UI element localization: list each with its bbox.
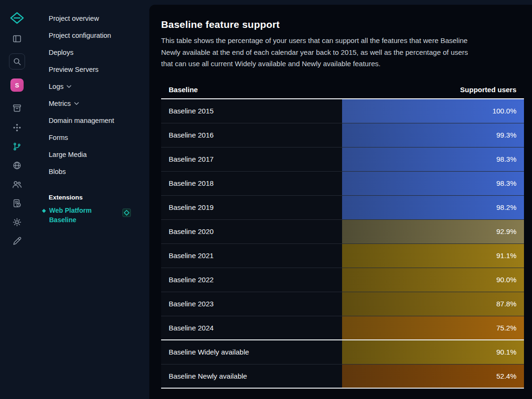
table-row: Baseline 2022 90.0% — [161, 268, 524, 292]
extensions-rail-button[interactable] — [12, 142, 22, 151]
netlify-logo[interactable] — [10, 12, 24, 24]
team-icon — [12, 180, 22, 189]
search-icon — [13, 57, 21, 66]
sidebar-item-blobs[interactable]: Blobs — [34, 163, 149, 180]
sidebar-item-metrics[interactable]: Metrics — [34, 95, 149, 112]
supported-users-bar: 90.0% — [342, 268, 524, 292]
sidebar-item-project-overview[interactable]: Project overview — [34, 10, 149, 27]
table-row: Baseline 2021 91.1% — [161, 244, 524, 268]
search-button[interactable] — [9, 53, 25, 69]
main-panel: Baseline feature support This table show… — [149, 5, 532, 399]
app-root: S — [0, 0, 532, 399]
supported-users-bar: 87.8% — [342, 292, 524, 316]
sidebar-item-deploys[interactable]: Deploys — [34, 44, 149, 61]
avatar[interactable]: S — [10, 78, 24, 92]
table-row: Baseline 2016 99.3% — [161, 123, 524, 147]
sidebar-item-label: Preview Servers — [49, 66, 99, 73]
audit-log-rail-button[interactable] — [12, 199, 22, 208]
edit-icon — [12, 236, 22, 246]
row-label: Baseline 2018 — [161, 172, 342, 195]
row-value: 98.3% — [496, 179, 516, 187]
row-label: Baseline 2020 — [161, 220, 342, 243]
row-value: 91.1% — [496, 252, 516, 260]
supported-users-bar: 100.0% — [342, 99, 524, 123]
integrations-rail-button[interactable] — [12, 123, 22, 132]
supported-users-bar: 92.9% — [342, 220, 524, 243]
row-value: 52.4% — [496, 372, 516, 380]
row-label: Baseline 2022 — [161, 268, 342, 292]
sidebar-item-label: Project configuration — [49, 32, 111, 39]
edit-rail-button[interactable] — [12, 236, 22, 246]
page-title: Baseline feature support — [161, 19, 524, 30]
supported-users-bar: 90.1% — [342, 340, 524, 364]
team-rail-button[interactable] — [12, 180, 22, 189]
supported-users-bar: 98.3% — [342, 172, 524, 195]
sidebar-item-domain-management[interactable]: Domain management — [34, 112, 149, 129]
sidebar-item-label: Project overview — [49, 15, 99, 22]
diamond-bullet-icon — [42, 209, 46, 213]
sidebar-item-label: Large Media — [49, 151, 87, 158]
domains-rail-button[interactable] — [12, 161, 22, 170]
extensions-section-header: Extensions — [34, 189, 149, 206]
row-label: Baseline 2024 — [161, 316, 342, 339]
sidebar-item-logs[interactable]: Logs — [34, 78, 149, 95]
table-body: Baseline 2015 100.0% Baseline 2016 99.3%… — [161, 99, 524, 389]
row-value: 90.1% — [496, 348, 516, 356]
sidebar-toggle-button[interactable] — [12, 34, 22, 43]
table-row: Baseline 2018 98.3% — [161, 172, 524, 196]
table-row: Baseline 2024 75.2% — [161, 316, 524, 340]
archive-icon — [12, 104, 22, 113]
row-label: Baseline Newly available — [161, 364, 342, 388]
deploys-rail-button[interactable] — [12, 104, 22, 113]
row-value: 99.3% — [496, 131, 516, 139]
sidebar-item-preview-servers[interactable]: Preview Servers — [34, 61, 149, 78]
table-row: Baseline 2019 98.2% — [161, 196, 524, 220]
column-header-supported-users: Supported users — [342, 86, 524, 94]
row-label: Baseline 2021 — [161, 244, 342, 268]
sidebar-item-label: Forms — [49, 134, 68, 141]
sidebar-item-large-media[interactable]: Large Media — [34, 146, 149, 163]
table-row: Baseline Newly available 52.4% — [161, 364, 524, 389]
row-value: 90.0% — [496, 276, 516, 284]
page-description: This table shows the percentage of your … — [161, 35, 472, 70]
row-label: Baseline 2023 — [161, 292, 342, 316]
row-label: Baseline 2019 — [161, 196, 342, 219]
table-header-row: Baseline Supported users — [161, 81, 524, 99]
row-value: 87.8% — [496, 300, 516, 308]
row-value: 100.0% — [492, 107, 516, 115]
netlify-logo-icon — [10, 12, 24, 24]
chevron-down-icon — [67, 85, 71, 88]
table-row: Baseline 2017 98.3% — [161, 147, 524, 172]
column-header-baseline: Baseline — [161, 86, 342, 94]
sidebar-item-project-configuration[interactable]: Project configuration — [34, 27, 149, 44]
supported-users-bar: 98.2% — [342, 196, 524, 219]
row-label: Baseline Widely available — [161, 340, 342, 364]
extension-branch-icon — [12, 142, 22, 151]
sidebar-item-label: Domain management — [49, 117, 114, 124]
table-row: Baseline 2023 87.8% — [161, 292, 524, 316]
sidebar: Project overview Project configuration D… — [34, 0, 149, 399]
baseline-support-table: Baseline Supported users Baseline 2015 1… — [161, 81, 524, 389]
row-label: Baseline 2015 — [161, 99, 342, 123]
sidebar-item-label: Logs — [49, 83, 63, 90]
sidebar-item-web-platform-baseline[interactable]: Web Platform Baseline — [34, 206, 149, 225]
row-value: 92.9% — [496, 227, 516, 235]
table-row: Baseline Widely available 90.1% — [161, 340, 524, 364]
sidebar-item-label: Blobs — [49, 168, 66, 175]
integrations-icon — [12, 123, 22, 132]
sidebar-item-forms[interactable]: Forms — [34, 129, 149, 146]
gear-icon — [12, 217, 22, 227]
row-value: 98.3% — [496, 155, 516, 163]
row-label: Baseline 2017 — [161, 147, 342, 171]
supported-users-bar: 52.4% — [342, 364, 524, 388]
sidebar-toggle-icon — [12, 34, 22, 43]
extension-label: Web Platform Baseline — [49, 206, 107, 225]
row-value: 75.2% — [496, 324, 516, 332]
audit-log-icon — [12, 199, 22, 208]
sidebar-nav-list: Project overview Project configuration D… — [34, 10, 149, 180]
extension-badge-icon — [122, 208, 131, 219]
avatar-initial: S — [15, 82, 19, 89]
table-row: Baseline 2020 92.9% — [161, 220, 524, 244]
supported-users-bar: 98.3% — [342, 147, 524, 171]
settings-rail-button[interactable] — [12, 217, 22, 227]
